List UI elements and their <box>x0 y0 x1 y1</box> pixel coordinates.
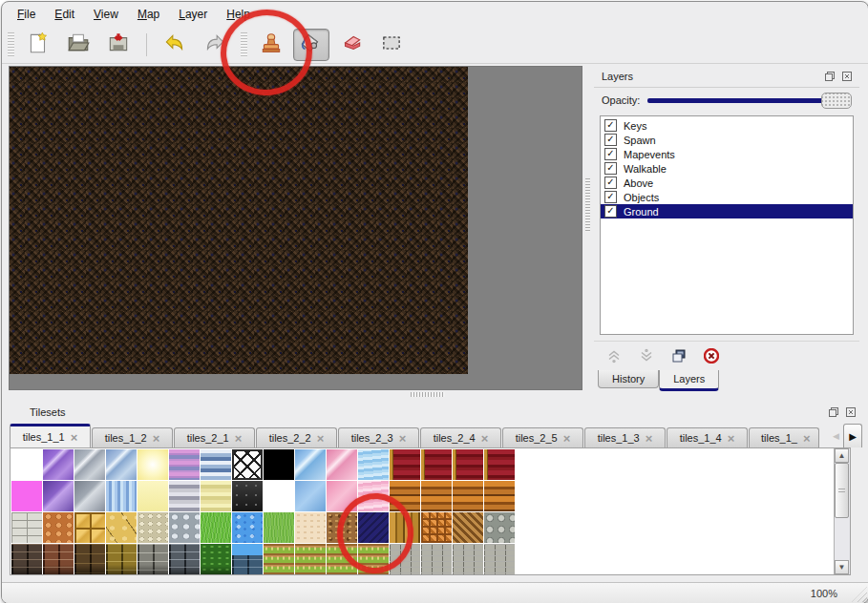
magenta-tile[interactable] <box>11 481 42 511</box>
stone-blocks-tile[interactable] <box>11 512 42 543</box>
glass-blue-tile[interactable] <box>106 449 137 480</box>
brick-gray-tile[interactable] <box>169 544 200 574</box>
menu-item-file[interactable]: File <box>8 5 45 24</box>
select-rect-tool-button[interactable] <box>373 29 410 61</box>
pale-yellow-tile[interactable] <box>138 481 168 511</box>
black-tile[interactable] <box>264 449 294 480</box>
brick-stone-tile[interactable] <box>484 544 515 574</box>
tab-close-icon[interactable]: × <box>153 433 160 444</box>
layer-row-objects[interactable]: ✓Objects <box>601 190 853 204</box>
tab-close-icon[interactable]: × <box>563 433 571 444</box>
opacity-slider[interactable] <box>647 93 852 108</box>
map-filled-region[interactable] <box>10 67 468 374</box>
tab-close-icon[interactable]: × <box>646 433 653 444</box>
tileset-tab-tiles_1_4[interactable]: tiles_1_4× <box>667 427 748 447</box>
glass-purple-tile[interactable] <box>43 449 74 480</box>
layer-row-mapevents[interactable]: ✓Mapevents <box>601 147 853 161</box>
tab-close-icon[interactable]: × <box>399 433 407 444</box>
layer-row-keys[interactable]: ✓Keys <box>601 118 853 133</box>
scroll-tabs-right-icon[interactable]: ▶ <box>843 424 862 447</box>
brick-red-tile[interactable] <box>43 544 74 574</box>
tileset-tab-tiles_1_[interactable]: tiles_1_× <box>749 427 819 447</box>
resize-grip[interactable] <box>852 587 867 602</box>
layer-checkbox[interactable]: ✓ <box>604 191 617 203</box>
opacity-slider-handle[interactable] <box>821 93 852 109</box>
weave-orange-tile[interactable] <box>421 512 452 543</box>
menu-item-layer[interactable]: Layer <box>169 5 217 24</box>
menu-item-map[interactable]: Map <box>128 5 169 24</box>
stripes-yellow-tile[interactable] <box>201 481 231 511</box>
menu-item-view[interactable]: View <box>84 5 128 24</box>
close-panel-button[interactable] <box>844 405 857 419</box>
save-file-button[interactable] <box>100 29 137 61</box>
grass-bright-tile[interactable] <box>201 512 231 543</box>
tileset-tab-tiles_2_5[interactable]: tiles_2_5× <box>502 427 583 447</box>
duplicate-layer-button[interactable] <box>670 347 688 364</box>
wood-shelf-tile[interactable] <box>421 481 452 511</box>
scrollbar-thumb[interactable] <box>835 463 849 518</box>
glass-silver-tile[interactable] <box>74 449 105 480</box>
curtain-red-tile[interactable] <box>453 449 483 480</box>
layer-checkbox[interactable]: ✓ <box>604 119 617 132</box>
layer-row-walkable[interactable]: ✓Walkable <box>601 161 853 176</box>
layer-checkbox[interactable]: ✓ <box>604 148 617 160</box>
blocks-brown-tile[interactable] <box>74 544 105 574</box>
glass-pink-tile[interactable] <box>327 449 357 480</box>
vertical-splitter[interactable] <box>583 66 593 390</box>
logs-gray-tile[interactable] <box>484 512 515 543</box>
field-rows-tile[interactable] <box>264 544 294 574</box>
layer-checkbox[interactable]: ✓ <box>604 134 617 146</box>
blocks-gold-tile[interactable] <box>106 544 137 574</box>
pane-blue-tile[interactable] <box>295 481 326 511</box>
curtain-red-tile[interactable] <box>421 449 452 480</box>
close-panel-button[interactable] <box>840 70 854 83</box>
curtain-red-tile[interactable] <box>484 449 515 480</box>
tiles-gold-tile[interactable] <box>74 512 105 543</box>
undo-button[interactable] <box>157 29 193 61</box>
tileset-tab-tiles_2_4[interactable]: tiles_2_4× <box>420 427 501 447</box>
tileset-tab-tiles_1_3[interactable]: tiles_1_3× <box>584 427 666 447</box>
menu-item-edit[interactable]: Edit <box>45 5 84 24</box>
tab-close-icon[interactable]: × <box>728 433 735 444</box>
toolbar-grip[interactable] <box>8 32 14 57</box>
layer-row-spawn[interactable]: ✓Spawn <box>601 133 853 147</box>
brick-stone-tile[interactable] <box>453 544 483 574</box>
tab-close-icon[interactable]: × <box>317 433 325 444</box>
water-shimmer-tile[interactable] <box>106 481 137 511</box>
delete-layer-button[interactable] <box>703 347 720 364</box>
layer-checkbox[interactable]: ✓ <box>604 177 617 189</box>
stripes-violet-tile[interactable] <box>169 449 200 480</box>
empty-tile[interactable] <box>11 449 42 480</box>
layer-checkbox[interactable]: ✓ <box>604 162 617 175</box>
open-file-button[interactable] <box>60 29 96 61</box>
glow-yellow-tile[interactable] <box>138 449 168 480</box>
stone-cracked-tile[interactable] <box>106 512 137 543</box>
field-rows-tile[interactable] <box>295 544 326 574</box>
curtain-red-tile[interactable] <box>390 449 420 480</box>
wood-shelf-tile[interactable] <box>453 481 483 511</box>
brick-stone-tile[interactable] <box>421 544 452 574</box>
stripes-gray-tile[interactable] <box>169 481 200 511</box>
tileset-tab-tiles_2_3[interactable]: tiles_2_3× <box>338 427 419 447</box>
cobble-orange-tile[interactable] <box>43 512 74 543</box>
eraser-tool-button[interactable] <box>333 29 370 61</box>
tileset-tab-tiles_1_2[interactable]: tiles_1_2× <box>92 427 173 447</box>
water-wall-tile[interactable] <box>232 544 263 574</box>
tab-close-icon[interactable]: × <box>71 432 78 443</box>
herringbone-tile[interactable] <box>453 512 483 543</box>
blocks-gray-tile[interactable] <box>138 544 168 574</box>
float-panel-button[interactable] <box>823 70 836 83</box>
water-tile[interactable] <box>232 512 263 543</box>
tab-layers[interactable]: Layers <box>659 370 719 391</box>
new-file-button[interactable] <box>20 29 56 61</box>
glass-purple-dark-tile[interactable] <box>43 481 74 511</box>
tab-close-icon[interactable]: × <box>481 433 489 444</box>
glass-silver-dark-tile[interactable] <box>74 481 105 511</box>
tab-history[interactable]: History <box>598 370 659 388</box>
curtain-blue-tile[interactable] <box>358 449 389 480</box>
wood-shelf-tile[interactable] <box>484 481 515 511</box>
splitter-grip[interactable] <box>585 178 590 232</box>
lower-layer-button[interactable] <box>638 347 655 364</box>
layer-row-ground[interactable]: ✓Ground <box>601 204 853 218</box>
tileset-tab-tiles_1_1[interactable]: tiles_1_1× <box>10 424 91 447</box>
